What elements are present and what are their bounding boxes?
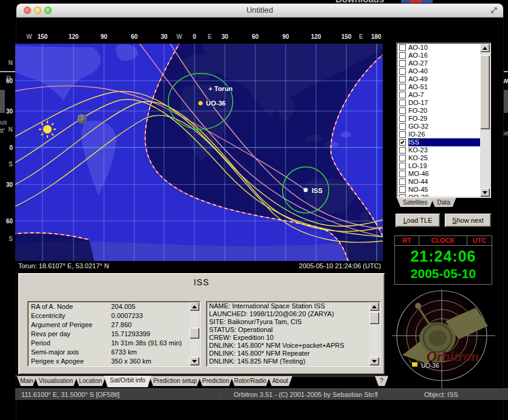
satellite-row[interactable]: AO-10 bbox=[397, 44, 480, 52]
tab-sat-orbit-info[interactable]: Sat/Orbit info bbox=[104, 376, 151, 387]
detail-row: LAUNCHED: 1998/11/20@06:20 (ZARYA) bbox=[207, 310, 369, 318]
satellite-checkbox[interactable] bbox=[399, 84, 406, 90]
satellite-list[interactable]: AO-10AO-16AO-27AO-40AO-49AO-51AO-7DO-17F… bbox=[396, 42, 491, 198]
tab-main[interactable]: Main bbox=[17, 376, 36, 386]
satellite-checkbox[interactable] bbox=[399, 115, 406, 122]
tab-about[interactable]: About bbox=[268, 376, 292, 386]
satellite-checkbox[interactable] bbox=[399, 123, 406, 130]
window-titlebar[interactable]: Untitled bbox=[16, 4, 503, 18]
orbit-data-value: 204.005 bbox=[111, 302, 136, 311]
satellite-row[interactable]: NO-44 bbox=[397, 178, 480, 186]
orbit-data-list[interactable]: RA of A. Node204.005Eccentricity0.000723… bbox=[27, 301, 201, 367]
scroll-up-button[interactable] bbox=[369, 302, 379, 311]
satellite-row[interactable]: GO-32 bbox=[397, 123, 480, 130]
satellite-checkbox[interactable] bbox=[399, 194, 406, 197]
info-panel-title: ISS bbox=[18, 277, 385, 287]
satellite-row[interactable]: NO-45 bbox=[397, 186, 480, 194]
clock-time: 21:24:06 bbox=[395, 247, 492, 266]
radar-marker-label: UO-36 bbox=[421, 362, 439, 369]
tab-prediction[interactable]: Prediction bbox=[199, 376, 233, 386]
satellite-row[interactable]: OO-38 bbox=[397, 194, 480, 197]
satellite-label: AO-16 bbox=[408, 52, 480, 59]
satellite-label: AO-51 bbox=[408, 83, 480, 91]
scroll-down-button[interactable] bbox=[190, 357, 199, 365]
scroll-down-button[interactable] bbox=[480, 188, 490, 197]
orbit-data-label: RA of A. Node bbox=[29, 302, 111, 311]
satellite-row[interactable]: MO-46 bbox=[397, 170, 480, 178]
sat-details-list[interactable]: NAME: International Space Station ISSLAU… bbox=[206, 301, 380, 367]
satellite-checkbox[interactable] bbox=[399, 155, 406, 161]
orbit-data-value: 350 x 360 km bbox=[111, 357, 151, 365]
tab-visualisation[interactable]: Visualisation bbox=[35, 376, 77, 386]
satellite-checkbox[interactable] bbox=[399, 107, 406, 114]
orbit-data-label: Argument of Perigee bbox=[29, 320, 111, 330]
satellite-checkbox[interactable] bbox=[399, 163, 406, 169]
tab-prediction-setup[interactable]: Prediction setup bbox=[149, 376, 201, 386]
satellite-row[interactable]: AO-40 bbox=[397, 67, 480, 75]
longitude-label: 150 bbox=[38, 33, 48, 40]
clock-panel: RTCLOCKUTC 21:24:06 2005-05-10 bbox=[394, 235, 492, 285]
longitude-label: 90 bbox=[282, 33, 289, 40]
latitude-label: 60 bbox=[6, 78, 13, 84]
satellite-checkbox[interactable] bbox=[399, 147, 406, 154]
orbit-list-scrollbar[interactable] bbox=[190, 302, 199, 365]
satellite-checkbox[interactable] bbox=[399, 76, 406, 83]
load-tle-button[interactable]: Load TLE bbox=[395, 213, 441, 228]
status-bar: 111.6100° E, 31.5000° S [OF58tl] Orbitro… bbox=[15, 388, 508, 400]
satellite-row[interactable]: AO-16 bbox=[397, 52, 480, 59]
map-status-location: Torun: 18.6107° E, 53.0217° N bbox=[18, 261, 109, 271]
tab-data[interactable]: Data bbox=[431, 198, 456, 207]
satellite-row[interactable]: KO-23 bbox=[397, 146, 480, 154]
tab-satellites[interactable]: Satellites bbox=[397, 198, 434, 207]
torun-marker-label: + Torun bbox=[208, 85, 233, 92]
satellite-checkbox[interactable] bbox=[399, 100, 406, 106]
satellite-label: AO-49 bbox=[408, 75, 480, 83]
main-tab-bar: MainVisualisationLocationSat/Orbit infoP… bbox=[17, 376, 290, 387]
satellite-label: AO-7 bbox=[408, 91, 480, 99]
show-next-button[interactable]: Show next bbox=[444, 213, 492, 228]
background-fragment bbox=[503, 71, 508, 72]
satellite-row[interactable]: LO-19 bbox=[397, 162, 480, 170]
details-list-scrollbar[interactable] bbox=[369, 302, 379, 365]
tab-location[interactable]: Location bbox=[75, 376, 106, 386]
satellite-checkbox[interactable] bbox=[399, 171, 406, 177]
satellite-checkbox[interactable] bbox=[399, 44, 406, 51]
satellite-checkbox[interactable]: ✔ bbox=[399, 139, 406, 146]
resize-icon[interactable] bbox=[490, 6, 498, 15]
satellite-checkbox[interactable] bbox=[399, 52, 406, 59]
satellite-label: AO-10 bbox=[408, 44, 480, 52]
satellite-checkbox[interactable] bbox=[399, 131, 406, 138]
scroll-down-button[interactable] bbox=[369, 357, 379, 365]
satellite-row[interactable]: AO-49 bbox=[397, 75, 480, 83]
satellite-row[interactable]: IO-26 bbox=[397, 130, 480, 138]
satellite-label: NO-44 bbox=[408, 178, 480, 186]
satellite-row[interactable]: AO-7 bbox=[397, 91, 480, 99]
satellite-checkbox[interactable] bbox=[399, 186, 406, 193]
world-map[interactable]: + Torun UO-36 ISS bbox=[15, 44, 383, 261]
detail-row: DNLINK: 145.825 NFM (Testing) bbox=[207, 357, 369, 365]
latitude-label: 30 bbox=[6, 108, 13, 115]
satellite-row[interactable]: ✔ISS bbox=[397, 138, 480, 146]
scrollbar-thumb[interactable] bbox=[190, 328, 199, 339]
scrollbar-thumb[interactable] bbox=[480, 55, 490, 129]
scroll-up-button[interactable] bbox=[480, 44, 490, 52]
satellite-row[interactable]: AO-27 bbox=[397, 59, 480, 67]
satellite-row[interactable]: KO-25 bbox=[397, 154, 480, 162]
satellite-row[interactable]: AO-51 bbox=[397, 83, 480, 91]
scrollbar-thumb[interactable] bbox=[369, 312, 379, 324]
map-latitude-labels: N6030N0S3060S bbox=[2, 44, 14, 261]
satellite-list-scrollbar[interactable] bbox=[480, 44, 490, 197]
longitude-label: 90 bbox=[100, 33, 107, 40]
scroll-up-button[interactable] bbox=[190, 302, 199, 311]
satellite-checkbox[interactable] bbox=[399, 92, 406, 98]
satellite-row[interactable]: FO-29 bbox=[397, 115, 480, 123]
detail-row: STATUS: Operational bbox=[207, 326, 369, 334]
satellite-checkbox[interactable] bbox=[399, 178, 406, 185]
satellite-checkbox[interactable] bbox=[399, 60, 406, 67]
iss-marker-label: ISS bbox=[312, 187, 323, 194]
satellite-label: KO-25 bbox=[408, 154, 480, 162]
satellite-row[interactable]: DO-17 bbox=[397, 99, 480, 107]
satellite-checkbox[interactable] bbox=[399, 68, 406, 75]
tab-rotor-radio[interactable]: Rotor/Radio bbox=[231, 376, 270, 386]
satellite-row[interactable]: FO-20 bbox=[397, 107, 480, 115]
